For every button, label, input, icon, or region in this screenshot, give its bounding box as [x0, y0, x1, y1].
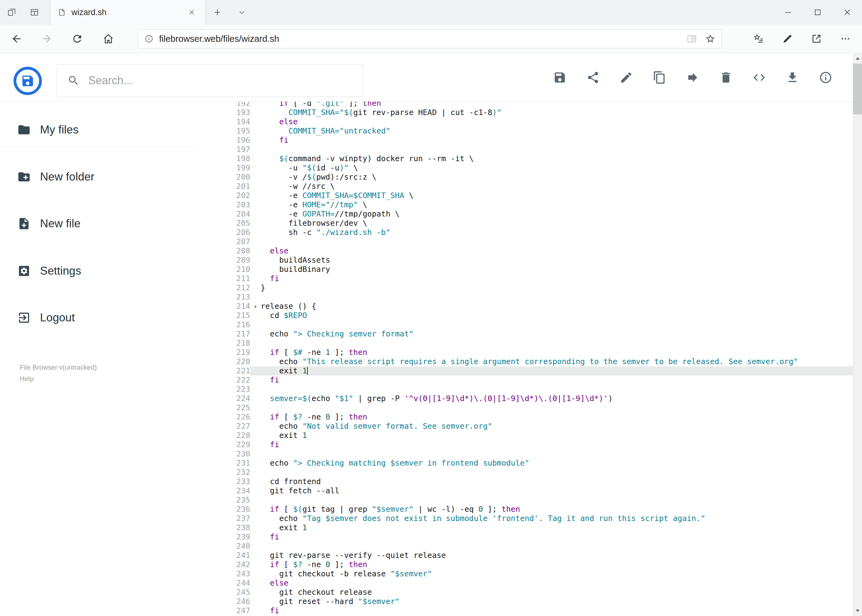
line-number[interactable]: 194 — [199, 117, 250, 126]
code-line[interactable]: 214▾release () { — [199, 302, 853, 311]
line-number[interactable]: 205 — [199, 218, 250, 228]
download-button[interactable] — [776, 61, 809, 94]
tabs-preview-button[interactable] — [28, 6, 41, 19]
close-button[interactable] — [832, 0, 862, 25]
browser-tab[interactable]: wizard.sh — [50, 0, 206, 25]
new-tab-button[interactable] — [209, 6, 226, 19]
line-number[interactable]: 228 — [199, 431, 250, 440]
code-line[interactable]: 209 buildAssets — [199, 256, 853, 265]
line-number[interactable]: 199 — [199, 163, 250, 173]
page-scrollbar[interactable] — [853, 53, 862, 616]
copy-button[interactable] — [643, 61, 676, 94]
line-number[interactable]: 231 — [199, 459, 250, 468]
code-line[interactable]: 244 else — [199, 578, 853, 588]
code-line[interactable]: 225 — [199, 403, 853, 412]
minimize-button[interactable] — [773, 0, 803, 25]
code-line[interactable]: 227 echo "Not valid semver format. See s… — [199, 422, 853, 431]
code-line[interactable]: 247 fi — [199, 606, 853, 615]
set-tabs-aside-button[interactable] — [5, 6, 19, 19]
line-number[interactable]: 221 — [199, 366, 250, 376]
line-number[interactable]: 193 — [199, 108, 250, 117]
scrollbar-thumb[interactable] — [853, 64, 862, 115]
line-number[interactable]: 202 — [199, 191, 250, 200]
more-options-button[interactable] — [835, 29, 855, 49]
scroll-down-button[interactable] — [853, 605, 862, 616]
line-number[interactable]: 217 — [199, 329, 250, 339]
code-line[interactable]: 220 echo "This release script requires a… — [199, 357, 853, 366]
code-line[interactable]: 221 exit 1 — [199, 366, 853, 376]
code-line[interactable]: 208 else — [199, 246, 853, 256]
scroll-up-button[interactable] — [853, 53, 862, 64]
line-number[interactable]: 206 — [199, 228, 250, 237]
code-line[interactable]: 245 git checkout release — [199, 588, 853, 597]
share-button[interactable] — [577, 61, 610, 94]
line-number[interactable]: 242 — [199, 560, 250, 569]
line-number[interactable]: 243 — [199, 569, 250, 578]
code-line[interactable]: 211 fi — [199, 274, 853, 283]
code-line[interactable]: 200 -v /$(pwd):/src:z \ — [199, 173, 853, 182]
line-number[interactable]: 237 — [199, 514, 250, 523]
code-line[interactable]: 217 echo "> Checking semver format" — [199, 329, 853, 339]
line-number[interactable]: 232 — [199, 468, 250, 477]
code-button[interactable] — [742, 61, 776, 94]
code-line[interactable]: 194 else — [199, 117, 853, 126]
code-line[interactable]: 218 — [199, 339, 853, 348]
code-line[interactable]: 195 COMMIT_SHA="untracked" — [199, 126, 853, 136]
forward-button[interactable] — [37, 25, 57, 53]
line-number[interactable]: 220 — [199, 357, 250, 366]
code-line[interactable]: 216 — [199, 320, 853, 329]
line-number[interactable]: 233 — [199, 477, 250, 486]
code-line[interactable]: 240 — [199, 542, 853, 551]
refresh-button[interactable] — [68, 25, 87, 53]
code-line[interactable]: 232 — [199, 468, 853, 477]
code-line[interactable]: 228 exit 1 — [199, 431, 853, 440]
line-number[interactable]: 226 — [199, 412, 250, 422]
line-number[interactable]: 239 — [199, 532, 250, 542]
code-line[interactable]: 222 fi — [199, 376, 853, 385]
line-number[interactable]: 211 — [199, 274, 250, 283]
code-line[interactable]: 212} — [199, 283, 853, 292]
line-number[interactable]: 200 — [199, 173, 250, 182]
code-line[interactable]: 202 -e COMMIT_SHA=$COMMIT_SHA \ — [199, 191, 853, 200]
code-line[interactable]: 234 git fetch --all — [199, 486, 853, 495]
line-number[interactable]: 212 — [199, 283, 250, 292]
code-line[interactable]: 205 filebrowser/dev \ — [199, 218, 853, 228]
address-bar[interactable]: filebrowser.web/files/wizard.sh — [138, 29, 722, 48]
line-number[interactable]: 246 — [199, 597, 250, 606]
code-line[interactable]: 229 fi — [199, 440, 853, 449]
code-line[interactable]: 237 echo "Tag $semver does not exist in … — [199, 514, 853, 523]
code-line[interactable]: 238 exit 1 — [199, 523, 853, 532]
code-line[interactable]: 241 git rev-parse --verify --quiet relea… — [199, 551, 853, 560]
line-number[interactable]: 223 — [199, 385, 250, 394]
line-number[interactable]: 219 — [199, 348, 250, 357]
line-number[interactable]: 238 — [199, 523, 250, 532]
line-number[interactable]: 215 — [199, 311, 250, 320]
code-line[interactable]: 233 cd frontend — [199, 477, 853, 486]
line-number[interactable]: 236 — [199, 504, 250, 514]
line-number[interactable]: 247 — [199, 606, 250, 615]
code-line[interactable]: 213 — [199, 292, 853, 302]
search-input[interactable] — [88, 74, 353, 87]
line-number[interactable]: 195 — [199, 126, 250, 136]
line-number[interactable]: 204 — [199, 209, 250, 218]
line-number[interactable]: 240 — [199, 542, 250, 551]
code-line[interactable]: 196 fi — [199, 136, 853, 145]
sidebar-item-new-folder[interactable]: New folder — [0, 160, 199, 194]
code-line[interactable]: 235 — [199, 495, 853, 504]
code-line[interactable]: 210 buildBinary — [199, 265, 853, 274]
reading-view-button[interactable] — [687, 33, 697, 44]
line-number[interactable]: 201 — [199, 182, 250, 191]
maximize-button[interactable] — [803, 0, 832, 25]
code-line[interactable]: 215 cd $REPO — [199, 311, 853, 320]
code-line[interactable]: 224 semver=$(echo "$1" | grep -P '^v(0|[… — [199, 394, 853, 403]
line-number[interactable]: 230 — [199, 449, 250, 459]
app-logo[interactable] — [14, 67, 42, 95]
code-line[interactable]: 246 git reset --hard "$semver" — [199, 597, 853, 606]
save-button[interactable] — [543, 61, 577, 94]
line-number[interactable]: 213 — [199, 292, 250, 302]
line-number[interactable]: 225 — [199, 403, 250, 412]
line-number[interactable]: 192 — [199, 102, 250, 108]
line-number[interactable]: 209 — [199, 256, 250, 265]
code-line[interactable]: 242 if [ $? -ne 0 ]; then — [199, 560, 853, 569]
code-line[interactable]: 192 if [ -d ".git" ]; then — [199, 102, 853, 108]
